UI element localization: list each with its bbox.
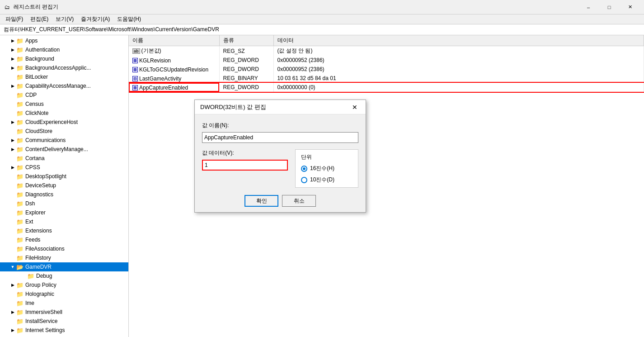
dialog-data-row: 값 데이터(V): 단위 16진수(H) 10진수(D) [202, 149, 358, 188]
dialog-data-label: 값 데이터(V): [202, 149, 288, 157]
dialog-close-button[interactable]: ✕ [349, 102, 360, 113]
radio-hex-circle [301, 166, 307, 172]
radio-hex-label: 16진수(H) [310, 165, 334, 172]
dialog-unit-title: 단위 [301, 153, 353, 161]
radio-hex[interactable]: 16진수(H) [301, 165, 353, 172]
dialog-cancel-button[interactable]: 취소 [282, 195, 316, 207]
dialog-buttons: 확인 취소 [202, 195, 358, 207]
dialog-data-left: 값 데이터(V): [202, 149, 288, 188]
dialog-overlay: DWORD(32비트) 값 편집 ✕ 값 이름(N): 값 데이터(V): 단위 [0, 0, 644, 337]
dialog-title-text: DWORD(32비트) 값 편집 [200, 103, 266, 111]
radio-dec-circle [301, 177, 307, 183]
radio-dec-label: 10진수(D) [310, 176, 334, 184]
radio-group: 16진수(H) 10진수(D) [301, 165, 353, 184]
radio-dec[interactable]: 10진수(D) [301, 176, 353, 184]
dialog-ok-button[interactable]: 확인 [244, 195, 278, 207]
dialog-name-input[interactable] [202, 132, 358, 143]
dword-edit-dialog: DWORD(32비트) 값 편집 ✕ 값 이름(N): 값 데이터(V): 단위 [194, 100, 366, 213]
dialog-body: 값 이름(N): 값 데이터(V): 단위 16진수(H) [195, 114, 366, 212]
dialog-name-label: 값 이름(N): [202, 122, 358, 129]
dialog-data-input[interactable] [202, 160, 288, 171]
dialog-title-bar: DWORD(32비트) 값 편집 ✕ [195, 100, 366, 114]
dialog-unit-group: 단위 16진수(H) 10진수(D) [295, 149, 358, 188]
